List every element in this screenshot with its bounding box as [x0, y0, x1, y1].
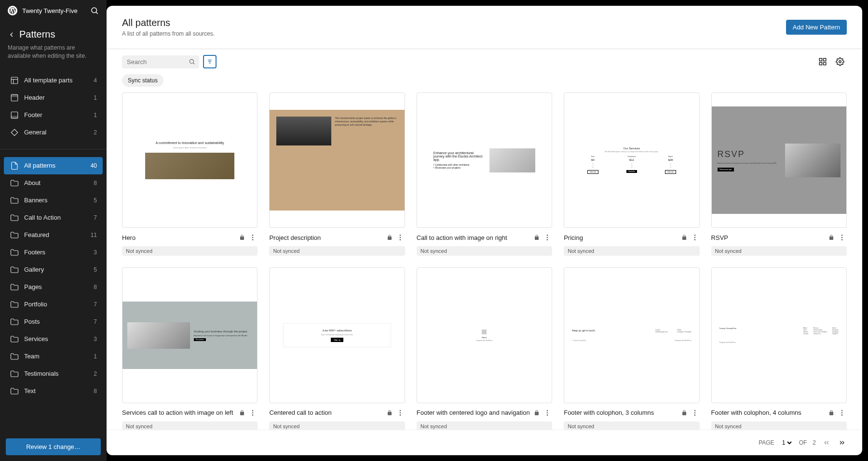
nav-item-all-patterns[interactable]: All patterns40 [4, 157, 103, 174]
nav-item-footer[interactable]: Footer1 [4, 106, 103, 124]
nav-count: 11 [91, 232, 97, 238]
nav-item-call-to-action[interactable]: Call to Action7 [4, 209, 103, 226]
prev-page-button[interactable] [822, 438, 831, 448]
pattern-actions-button[interactable] [542, 233, 552, 242]
svg-point-31 [841, 235, 843, 236]
filter-button[interactable] [203, 55, 217, 68]
nav-item-portfolio[interactable]: Portfolio7 [4, 296, 103, 313]
nav-item-footers[interactable]: Footers3 [4, 244, 103, 261]
svg-point-26 [547, 237, 548, 238]
nav-count: 5 [94, 266, 97, 273]
nav-count: 3 [94, 336, 97, 342]
pattern-actions-button[interactable] [395, 233, 405, 242]
svg-point-44 [694, 412, 695, 413]
settings-button[interactable] [833, 55, 847, 68]
pattern-actions-button[interactable] [248, 233, 258, 242]
nav-label: Footer [24, 111, 89, 119]
pattern-actions-button[interactable] [837, 233, 847, 242]
patterns-description: Manage what patterns are available when … [8, 44, 99, 60]
add-new-pattern-button[interactable]: Add New Pattern [786, 20, 847, 35]
review-changes-button[interactable]: Review 1 change… [6, 438, 101, 455]
pattern-preview[interactable]: Our ServicesWe offer flexible options, w… [564, 92, 699, 228]
nav-item-posts[interactable]: Posts7 [4, 313, 103, 330]
footer-icon [10, 110, 19, 120]
nav-item-services[interactable]: Services3 [4, 330, 103, 348]
lock-icon [828, 235, 834, 240]
pattern-preview[interactable]: Join 900+ subscribersStay in the loop wi… [269, 267, 405, 403]
nav-item-featured[interactable]: Featured11 [4, 226, 103, 244]
pattern-actions-button[interactable] [395, 408, 405, 418]
lock-icon [681, 410, 687, 416]
folder-icon [10, 317, 19, 327]
pattern-actions-button[interactable] [690, 408, 700, 418]
page-select[interactable]: 1 [780, 439, 793, 447]
pattern-actions-button[interactable] [837, 408, 847, 418]
pattern-preview[interactable]: A commitment to innovation and sustainab… [122, 92, 258, 228]
svg-point-43 [694, 410, 695, 411]
grid-view-button[interactable] [816, 55, 829, 68]
pattern-preview[interactable]: RSVPExperience the fusion of imagination… [711, 92, 847, 228]
nav-item-all-template-parts[interactable]: All template parts4 [4, 72, 103, 89]
pagination: PAGE 1 OF 2 [107, 430, 862, 455]
sync-status-badge: Not synced [122, 246, 258, 256]
svg-rect-6 [11, 94, 18, 97]
pattern-preview[interactable]: HomeDesigned with WordPress [417, 267, 552, 403]
nav-count: 8 [94, 180, 97, 186]
svg-point-29 [694, 237, 695, 238]
svg-point-21 [252, 239, 254, 241]
back-arrow-icon[interactable] [8, 31, 15, 39]
lock-icon [828, 410, 834, 416]
search-input[interactable] [122, 55, 199, 68]
pattern-preview[interactable]: Guiding your business through the projec… [122, 267, 258, 403]
next-page-button[interactable] [837, 438, 847, 448]
folder-icon [10, 300, 19, 309]
svg-point-41 [547, 412, 548, 413]
nav-item-text[interactable]: Text8 [4, 382, 103, 400]
nav-item-gallery[interactable]: Gallery5 [4, 261, 103, 278]
pattern-preview[interactable]: Enhance your architectural journey with … [417, 92, 552, 228]
sync-status-badge: Not synced [417, 246, 552, 256]
nav-count: 5 [94, 197, 97, 204]
svg-point-24 [399, 239, 401, 241]
file-icon [10, 161, 19, 171]
folder-icon [10, 265, 19, 275]
sync-status-badge: Not synced [269, 246, 405, 256]
lock-icon [387, 410, 393, 416]
pattern-preview[interactable]: This transformative project seeks to enh… [269, 92, 405, 228]
sync-status-badge: Not synced [711, 246, 847, 256]
chevron-double-left-icon [823, 439, 830, 447]
sync-status-filter-chip[interactable]: Sync status [122, 74, 163, 87]
folder-icon [10, 248, 19, 257]
more-vertical-icon [691, 234, 699, 241]
search-icon[interactable] [90, 6, 99, 15]
nav-count: 7 [94, 301, 97, 308]
nav-label: Header [24, 94, 89, 101]
more-vertical-icon [691, 409, 699, 417]
nav-count: 2 [94, 370, 97, 377]
pattern-actions-button[interactable] [542, 408, 552, 418]
pattern-actions-button[interactable] [690, 233, 700, 242]
pattern-preview[interactable]: Twenty Twenty-FiveAbout Team History Car… [711, 267, 847, 403]
lock-icon [681, 235, 687, 240]
pattern-card: Our ServicesWe offer flexible options, w… [564, 92, 699, 256]
template-parts-nav: All template parts4Header1Footer1General… [0, 68, 107, 145]
nav-item-header[interactable]: Header1 [4, 89, 103, 106]
more-vertical-icon [838, 409, 846, 417]
nav-item-testimonials[interactable]: Testimonials2 [4, 365, 103, 382]
svg-point-33 [841, 239, 843, 241]
nav-item-pages[interactable]: Pages8 [4, 278, 103, 296]
nav-item-banners[interactable]: Banners5 [4, 192, 103, 209]
wordpress-logo-icon[interactable] [8, 6, 17, 15]
nav-item-general[interactable]: General2 [4, 124, 103, 141]
nav-label: Banners [24, 197, 89, 204]
more-vertical-icon [396, 234, 404, 241]
pattern-title: Footer with centered logo and navigation [417, 409, 531, 416]
nav-item-about[interactable]: About8 [4, 174, 103, 192]
nav-label: Text [24, 387, 89, 395]
pattern-preview[interactable]: Keep up, get in touch.Contactinfo@exampl… [564, 267, 699, 403]
nav-item-team[interactable]: Team1 [4, 348, 103, 365]
pattern-actions-button[interactable] [248, 408, 258, 418]
more-vertical-icon [249, 409, 257, 417]
sync-status-badge: Not synced [269, 421, 405, 430]
sidebar-footer: Review 1 change… [0, 433, 107, 461]
